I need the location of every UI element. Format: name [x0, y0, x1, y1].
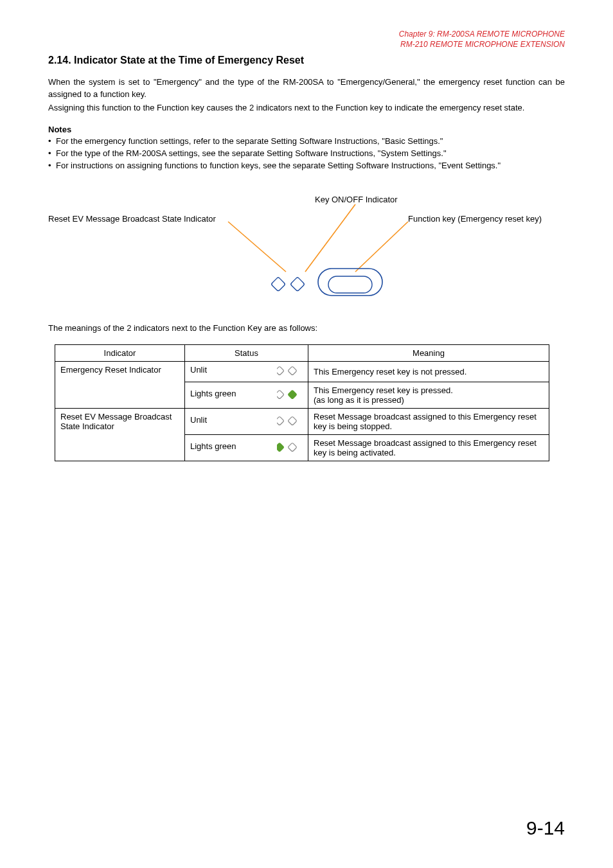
status-text: Lights green — [190, 441, 236, 451]
svg-rect-0 — [271, 277, 286, 292]
meaning-intro: The meanings of the 2 indicators next to… — [48, 323, 565, 333]
cell-status: Unlit — [185, 409, 308, 435]
cell-indicator: Emergency Reset Indicator — [55, 362, 185, 409]
cell-meaning: This Emergency reset key is pressed. (as… — [308, 382, 549, 409]
svg-rect-1 — [290, 277, 305, 292]
diagram: Key ON/OFF Indicator Reset EV Message Br… — [48, 195, 565, 304]
status-text: Unlit — [190, 415, 207, 425]
intro-block: When the system is set to "Emergency" an… — [48, 76, 565, 114]
status-text: Lights green — [190, 389, 236, 398]
col-status: Status — [185, 345, 308, 362]
page-number: 9-14 — [526, 817, 565, 839]
section-title: 2.14. Indicator State at the Time of Eme… — [48, 55, 565, 66]
table-row: Emergency Reset Indicator Unlit This Eme… — [55, 362, 549, 382]
leader-line — [228, 222, 286, 272]
document-page: Chapter 9: RM-200SA REMOTE MICROPHONE RM… — [0, 0, 613, 868]
table-body: Emergency Reset Indicator Unlit This Eme… — [55, 362, 549, 461]
diagram-svg — [48, 195, 565, 304]
col-meaning: Meaning — [308, 345, 549, 362]
svg-rect-3 — [288, 366, 297, 375]
svg-rect-7 — [288, 416, 297, 425]
leader-line — [305, 204, 355, 272]
svg-rect-2 — [277, 366, 284, 375]
notes-list: For the emergency function settings, ref… — [48, 136, 565, 172]
cell-meaning: Reset Message broadcast assigned to this… — [308, 409, 549, 435]
svg-rect-9 — [288, 443, 297, 452]
leader-line — [355, 222, 408, 272]
function-key-outer — [318, 269, 382, 296]
notes-item: For instructions on assigning functions … — [48, 160, 565, 172]
cell-status: Lights green — [185, 435, 308, 461]
status-icons — [277, 365, 303, 378]
cell-meaning: Reset Message broadcast assigned to this… — [308, 435, 549, 461]
table-row: Reset EV Message Broadcast State Indicat… — [55, 409, 549, 435]
status-text: Unlit — [190, 365, 207, 375]
function-key-inner — [328, 276, 372, 293]
svg-rect-4 — [277, 390, 284, 399]
chapter-line-1: Chapter 9: RM-200SA REMOTE MICROPHONE — [48, 29, 565, 39]
svg-rect-5 — [288, 390, 297, 399]
notes-item: For the type of the RM-200SA settings, s… — [48, 148, 565, 160]
svg-rect-6 — [277, 416, 284, 425]
notes-heading: Notes — [48, 125, 565, 134]
chapter-header: Chapter 9: RM-200SA REMOTE MICROPHONE RM… — [48, 29, 565, 49]
svg-rect-8 — [277, 443, 284, 452]
cell-meaning: This Emergency reset key is not pressed. — [308, 362, 549, 382]
status-icons — [277, 389, 303, 402]
cell-indicator: Reset EV Message Broadcast State Indicat… — [55, 409, 185, 461]
indicator-table: Indicator Status Meaning Emergency Reset… — [55, 344, 549, 461]
chapter-line-2: RM-210 REMOTE MICROPHONE EXTENSION — [48, 39, 565, 49]
cell-status: Unlit — [185, 362, 308, 382]
indicator-icon-right — [290, 277, 305, 292]
col-indicator: Indicator — [55, 345, 185, 362]
notes-item: For the emergency function settings, ref… — [48, 136, 565, 148]
status-icons — [277, 441, 303, 455]
cell-status: Lights green — [185, 382, 308, 409]
intro-para-1: When the system is set to "Emergency" an… — [48, 76, 565, 101]
indicator-icon-left — [271, 277, 286, 292]
table-header-row: Indicator Status Meaning — [55, 345, 549, 362]
status-icons — [277, 415, 303, 429]
intro-para-2: Assigning this function to the Function … — [48, 102, 565, 114]
